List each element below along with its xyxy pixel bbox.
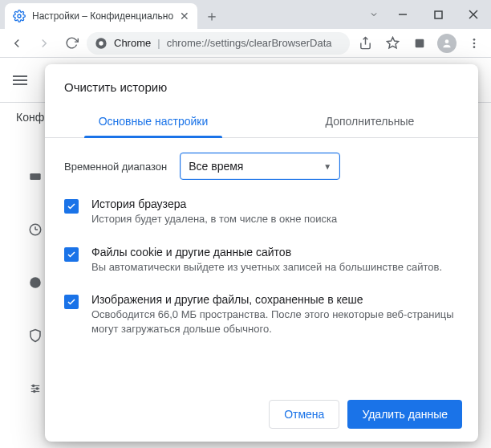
option-desc: История будет удалена, в том числе в окн… [91,212,337,226]
svg-point-6 [99,41,103,45]
svg-marker-8 [387,37,398,47]
svg-rect-9 [416,39,424,47]
option-cache: Изображения и другие файлы, сохраненные … [64,283,459,345]
time-range-row: Временной диапазон Все время ▼ [45,138,478,185]
close-window-button[interactable] [456,0,491,29]
minimize-button[interactable] [385,0,420,29]
profile-avatar[interactable] [435,31,459,55]
dialog-tabs: Основные настройки Дополнительные [45,105,478,138]
svg-rect-16 [30,173,40,180]
svg-point-26 [34,390,35,392]
chrome-logo-icon [95,37,108,50]
svg-point-13 [473,46,476,48]
chevron-down-icon: ▼ [323,162,331,171]
address-bar[interactable]: Chrome | chrome://settings/clearBrowserD… [87,32,350,55]
svg-point-20 [30,277,41,288]
clear-options-list: История браузера История будет удалена, … [45,185,478,393]
option-browsing-history: История браузера История будет удалена, … [64,188,459,236]
window-titlebar: Настройки – Конфиденциально ✕ ＋ [0,0,491,29]
option-title: Файлы cookie и другие данные сайтов [91,246,442,259]
cancel-button[interactable]: Отмена [269,400,339,429]
tab-basic[interactable]: Основные настройки [45,105,262,137]
privacy-icon[interactable] [27,222,43,238]
back-button[interactable] [5,31,29,55]
option-title: История браузера [91,198,337,210]
svg-point-10 [445,39,449,43]
page-content: Конф Очистить историю Основные настройки… [0,58,491,448]
option-title: Изображения и другие файлы, сохраненные … [91,293,459,306]
security-shield-icon[interactable] [27,328,43,344]
option-desc: Освободится 66,0 МБ пространства. После … [91,307,459,336]
menu-icon[interactable] [462,31,486,55]
tab-advanced[interactable]: Дополнительные [262,105,478,137]
autofill-icon[interactable] [27,169,43,185]
svg-point-25 [36,388,38,389]
browser-toolbar: Chrome | chrome://settings/clearBrowserD… [0,29,491,58]
option-desc: Вы автоматически выйдете из учетных запи… [91,260,442,275]
hamburger-menu-icon[interactable] [13,75,27,85]
share-icon[interactable] [353,31,377,55]
appearance-icon[interactable] [27,275,43,291]
reload-button[interactable] [59,31,83,55]
checkbox-browsing-history[interactable] [64,199,79,214]
svg-point-0 [18,14,21,18]
time-range-value: Все время [189,160,243,173]
gear-icon [13,10,26,22]
settings-sidebar-icons [27,169,43,397]
time-range-label: Временной диапазон [64,161,167,173]
svg-point-24 [33,385,34,386]
new-tab-button[interactable]: ＋ [201,5,223,27]
clear-data-dialog: Очистить историю Основные настройки Допо… [45,64,478,442]
confirm-button[interactable]: Удалить данные [347,400,462,429]
tab-overflow-icon[interactable] [363,0,385,29]
dialog-actions: Отмена Удалить данные [45,393,478,432]
option-cookies: Файлы cookie и другие данные сайтов Вы а… [64,236,459,284]
close-tab-icon[interactable]: ✕ [180,10,189,22]
svg-rect-2 [435,11,442,18]
checkbox-cache[interactable] [64,295,79,309]
svg-point-12 [473,42,476,44]
time-range-select[interactable]: Все время ▼ [180,153,340,180]
omnibox-separator: | [157,37,160,49]
omnibox-prefix: Chrome [114,37,151,49]
bookmark-icon[interactable] [380,31,404,55]
tab-title: Настройки – Конфиденциально [32,10,173,22]
sliders-icon[interactable] [27,381,43,397]
forward-button[interactable] [32,31,56,55]
svg-point-11 [473,39,476,41]
omnibox-url: chrome://settings/clearBrowserData [167,37,332,49]
maximize-button[interactable] [420,0,456,29]
extensions-icon[interactable] [408,31,432,55]
dialog-title: Очистить историю [45,64,478,105]
checkbox-cookies[interactable] [64,247,79,262]
browser-tab[interactable]: Настройки – Конфиденциально ✕ [5,3,197,29]
